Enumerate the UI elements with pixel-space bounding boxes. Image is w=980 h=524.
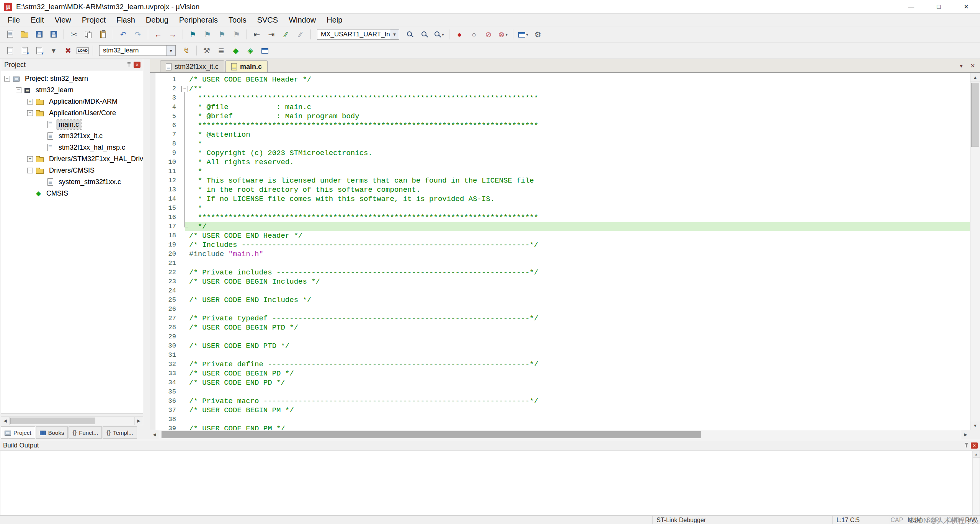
code-line[interactable]: 18/* USER CODE END Header */ xyxy=(150,231,970,240)
disable-all-breakpoints-button[interactable]: ⊘ xyxy=(482,28,495,41)
scroll-left-icon[interactable]: ◀ xyxy=(150,430,159,439)
code-line[interactable]: 39/* USER CODE END PM */ xyxy=(150,424,970,430)
code-line[interactable]: 10 * All rights reserved. xyxy=(150,158,970,167)
build-output-content[interactable] xyxy=(0,451,980,516)
copy-button[interactable] xyxy=(82,28,95,41)
file-extensions-button[interactable]: ≣ xyxy=(214,44,228,57)
pack-installer-button[interactable]: ◈ xyxy=(243,44,257,57)
tree-item[interactable]: ◆CMSIS xyxy=(1,188,143,199)
chevron-down-icon[interactable]: ▾ xyxy=(505,32,508,37)
code-line[interactable]: 1/* USER CODE BEGIN Header */ xyxy=(150,75,970,84)
scrollbar-track[interactable] xyxy=(10,417,134,425)
menu-peripherals[interactable]: Peripherals xyxy=(174,14,223,26)
options-for-target-button[interactable]: ⚒ xyxy=(200,44,214,57)
code-line[interactable]: 21 xyxy=(150,259,970,268)
unindent-button[interactable]: ⇤ xyxy=(250,28,264,41)
chevron-down-icon[interactable]: ▾ xyxy=(442,32,444,37)
tree-item[interactable]: −stm32_learn xyxy=(1,84,143,96)
tree-item[interactable]: system_stm32f1xx.c xyxy=(1,176,143,188)
tree-item[interactable]: main.c xyxy=(1,119,143,130)
find-button[interactable] xyxy=(418,28,431,41)
insert-remove-breakpoint-button[interactable]: ● xyxy=(452,28,466,41)
next-bookmark-button[interactable]: ⚑ xyxy=(215,28,229,41)
new-file-button[interactable] xyxy=(3,28,17,41)
code-line[interactable]: 19/* Includes --------------------------… xyxy=(150,240,970,250)
code-line[interactable]: 14 * If no LICENSE file comes with this … xyxy=(150,194,970,204)
comment-selection-button[interactable]: ∕∕ xyxy=(279,28,293,41)
panel-tab-funct[interactable]: {}Funct... xyxy=(69,426,102,439)
code-line[interactable]: 17 */ xyxy=(150,222,970,231)
close-panel-button[interactable]: ✕ xyxy=(971,442,978,449)
editor-tab-main.c[interactable]: main.c xyxy=(225,60,268,72)
redo-button[interactable]: ↷ xyxy=(131,28,145,41)
code-line[interactable]: 38 xyxy=(150,415,970,424)
pin-icon[interactable] xyxy=(126,62,132,67)
scrollbar-thumb[interactable] xyxy=(10,418,95,424)
code-line[interactable]: 32/* Private define --------------------… xyxy=(150,360,970,369)
collapse-icon[interactable]: − xyxy=(16,87,21,93)
configure-button[interactable]: ⚙ xyxy=(531,28,545,41)
code-line[interactable]: 33/* USER CODE BEGIN PD */ xyxy=(150,369,970,378)
pin-icon[interactable] xyxy=(964,443,969,448)
menu-project[interactable]: Project xyxy=(77,14,111,26)
scroll-right-icon[interactable]: ▶ xyxy=(134,417,143,425)
tree-item[interactable]: −Project: stm32_learn xyxy=(1,73,143,84)
enable-disable-breakpoint-button[interactable]: ○ xyxy=(467,28,481,41)
chevron-down-icon[interactable]: ▾ xyxy=(390,29,399,39)
code-line[interactable]: 7 * @attention xyxy=(150,130,970,139)
code-line[interactable]: 24 xyxy=(150,286,970,295)
paste-button[interactable] xyxy=(96,28,110,41)
scrollbar-thumb[interactable] xyxy=(971,83,979,147)
code-line[interactable]: 6 **************************************… xyxy=(150,121,970,130)
code-line[interactable]: 25/* USER CODE END Includes */ xyxy=(150,295,970,305)
function-select-combo[interactable]: MX_USART1_UART_Init▾ xyxy=(317,29,399,40)
tree-item[interactable]: −Application/User/Core xyxy=(1,107,143,119)
code-line[interactable]: 9 * Copyright (c) 2023 STMicroelectronic… xyxy=(150,149,970,158)
project-horizontal-scrollbar[interactable]: ◀ ▶ xyxy=(1,416,143,425)
collapse-icon[interactable]: − xyxy=(4,76,10,82)
scroll-down-icon[interactable]: ▼ xyxy=(970,421,980,430)
code-line[interactable]: 34/* USER CODE END PD */ xyxy=(150,378,970,387)
cut-button[interactable]: ✂ xyxy=(67,28,81,41)
download-button[interactable]: LOAD xyxy=(76,44,90,57)
tree-item[interactable]: stm32f1xx_hal_msp.c xyxy=(1,142,143,153)
panel-tab-project[interactable]: Project xyxy=(1,426,35,439)
close-button[interactable]: ✕ xyxy=(952,0,980,13)
minimize-button[interactable]: — xyxy=(897,0,925,13)
panel-tab-templ[interactable]: {}Templ... xyxy=(103,426,137,439)
collapse-icon[interactable]: − xyxy=(27,168,33,173)
fold-collapse-icon[interactable] xyxy=(180,84,189,93)
uncomment-selection-button[interactable]: ∕∕ xyxy=(294,28,307,41)
code-line[interactable]: 12 * This software is licensed under ter… xyxy=(150,176,970,185)
tree-item[interactable]: stm32f1xx_it.c xyxy=(1,130,143,142)
tree-item[interactable]: +Application/MDK-ARM xyxy=(1,96,143,107)
scroll-right-icon[interactable]: ▶ xyxy=(961,430,970,439)
code-line[interactable]: 29 xyxy=(150,332,970,341)
toggle-bookmark-button[interactable]: ⚑ xyxy=(186,28,200,41)
code-line[interactable]: 35 xyxy=(150,387,970,397)
code-line[interactable]: 20#include "main.h" xyxy=(150,250,970,259)
editor-vertical-scrollbar[interactable]: ▲ ▼ xyxy=(970,73,980,430)
code-line[interactable]: 16 *************************************… xyxy=(150,213,970,222)
flash-download-button[interactable]: ↯ xyxy=(180,44,193,57)
batch-build-button[interactable]: ▾ xyxy=(47,44,60,57)
save-all-button[interactable] xyxy=(47,28,60,41)
scrollbar-thumb[interactable] xyxy=(162,431,701,438)
editor-horizontal-scrollbar[interactable]: ◀ ▶ xyxy=(150,430,970,439)
code-line[interactable]: 8 * xyxy=(150,139,970,149)
chevron-down-icon[interactable]: ▾ xyxy=(526,32,528,37)
save-button[interactable] xyxy=(32,28,46,41)
previous-bookmark-button[interactable]: ⚑ xyxy=(201,28,214,41)
editor-tab-stm32f1xx_it.c[interactable]: stm32f1xx_it.c xyxy=(160,60,224,72)
expand-icon[interactable]: + xyxy=(27,99,33,104)
expand-icon[interactable]: + xyxy=(27,156,33,162)
menu-help[interactable]: Help xyxy=(321,14,348,26)
code-line[interactable]: 37/* USER CODE BEGIN PM */ xyxy=(150,406,970,415)
menu-file[interactable]: File xyxy=(2,14,25,26)
kill-all-breakpoints-button[interactable]: ⊗▾ xyxy=(496,28,510,41)
menu-edit[interactable]: Edit xyxy=(25,14,49,26)
scroll-left-icon[interactable]: ◀ xyxy=(1,417,10,425)
navigate-forward-button[interactable]: → xyxy=(166,28,180,41)
collapse-icon[interactable]: − xyxy=(27,110,33,116)
menu-view[interactable]: View xyxy=(49,14,77,26)
